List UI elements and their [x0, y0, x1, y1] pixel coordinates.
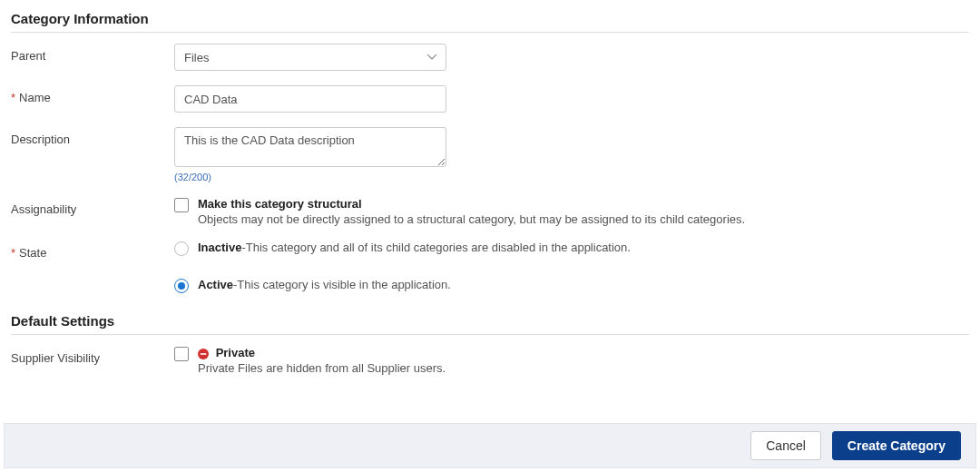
footer-action-bar: Cancel Create Category [4, 423, 976, 468]
label-supplier-visibility: Supplier Visibility [11, 346, 174, 365]
required-asterisk: * [11, 91, 15, 104]
state-active-label: Active [198, 278, 233, 291]
private-option-desc: Private Files are hidden from all Suppli… [198, 361, 446, 375]
label-state: *State [11, 241, 174, 260]
section-divider [11, 32, 969, 33]
state-radio-inactive[interactable] [174, 241, 189, 256]
parent-select[interactable]: Files [174, 44, 446, 71]
label-parent: Parent [11, 44, 174, 63]
state-inactive-desc: -This category and all of its child cate… [241, 241, 631, 254]
label-assignability: Assignability [11, 197, 174, 216]
assignability-structural-checkbox[interactable] [174, 198, 189, 212]
section-title-category-info: Category Information [11, 11, 969, 26]
label-description: Description [11, 127, 174, 146]
state-active-desc: -This category is visible in the applica… [233, 278, 451, 291]
supplier-visibility-private-checkbox[interactable] [174, 347, 189, 361]
required-asterisk: * [11, 246, 15, 260]
create-category-button[interactable]: Create Category [832, 431, 961, 460]
name-input[interactable] [174, 85, 446, 113]
parent-select-value: Files [184, 51, 209, 64]
assignability-option-desc: Objects may not be directly assigned to … [198, 212, 745, 226]
description-textarea[interactable]: This is the CAD Data description [174, 127, 446, 167]
private-option-label: Private [216, 346, 255, 359]
section-title-default-settings: Default Settings [11, 313, 969, 329]
cancel-button[interactable]: Cancel [750, 431, 821, 460]
description-char-count: (32/200) [174, 172, 955, 182]
private-restricted-icon [198, 349, 209, 359]
section-divider [11, 334, 969, 335]
chevron-down-icon [427, 53, 436, 62]
assignability-option-label: Make this category structural [198, 197, 362, 211]
state-radio-active[interactable] [174, 279, 189, 293]
svg-rect-0 [201, 353, 206, 355]
state-inactive-label: Inactive [198, 241, 241, 254]
label-name: *Name [11, 85, 174, 104]
